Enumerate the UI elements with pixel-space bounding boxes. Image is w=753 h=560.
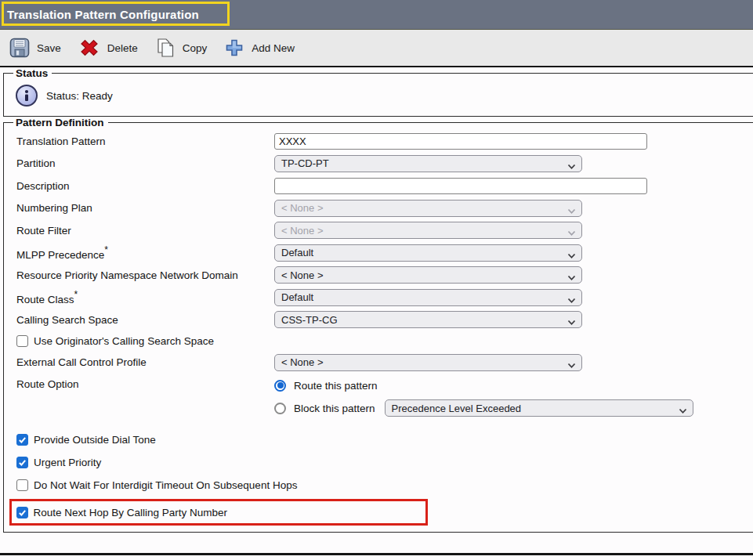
calling-search-space-label: Calling Search Space: [16, 314, 274, 326]
description-label: Description: [16, 180, 274, 192]
chevron-down-icon: [567, 205, 576, 217]
use-originator-css-label: Use Originator's Calling Search Space: [34, 335, 214, 347]
chevron-down-icon: [567, 316, 576, 328]
route-filter-label: Route Filter: [16, 225, 274, 237]
mlpp-precedence-label: MLPP Precedence*: [16, 245, 274, 261]
chevron-down-icon: [567, 272, 576, 284]
translation-pattern-label: Translation Pattern: [16, 135, 274, 147]
external-call-control-label: External Call Control Profile: [16, 356, 274, 368]
copy-button[interactable]: Copy: [155, 38, 208, 58]
partition-select[interactable]: TP-CD-PT: [274, 155, 582, 172]
resource-priority-label: Resource Priority Namespace Network Doma…: [16, 269, 274, 281]
translation-pattern-row: Translation Pattern: [12, 130, 753, 153]
route-next-hop-checkbox[interactable]: [16, 507, 28, 518]
route-this-pattern-label: Route this pattern: [294, 380, 378, 392]
numbering-plan-value: < None >: [281, 202, 324, 214]
route-option-row: Route Option Route this pattern Block th…: [12, 375, 753, 418]
route-class-value: Default: [281, 291, 313, 303]
interdigit-timeout-checkbox[interactable]: [16, 479, 28, 491]
numbering-plan-select: < None >: [274, 200, 582, 217]
copy-label: Copy: [183, 42, 208, 54]
external-call-control-row: External Call Control Profile < None >: [12, 352, 753, 374]
pattern-definition-section: Pattern Definition Translation Pattern P…: [3, 117, 753, 533]
mlpp-precedence-select[interactable]: Default: [274, 244, 582, 262]
block-reason-value: Precedence Level Exceeded: [392, 403, 522, 414]
use-originator-css-row: Use Originator's Calling Search Space: [12, 331, 753, 352]
route-this-pattern-option: Route this pattern: [274, 375, 693, 396]
block-this-pattern-radio[interactable]: [274, 403, 286, 414]
copy-icon: [155, 38, 176, 58]
mlpp-precedence-value: Default: [281, 247, 313, 258]
chevron-down-icon: [567, 250, 576, 262]
interdigit-timeout-row: Do Not Wait For Interdigit Timeout On Su…: [12, 474, 753, 497]
save-icon: [9, 38, 30, 58]
use-originator-css-checkbox[interactable]: [16, 335, 28, 347]
partition-row: Partition TP-CD-PT: [12, 153, 753, 175]
description-input[interactable]: [274, 178, 647, 194]
status-section: Status Status: Ready: [3, 67, 753, 117]
required-marker: *: [74, 289, 78, 300]
route-filter-select: < None >: [274, 222, 582, 239]
delete-icon: [78, 38, 100, 58]
urgent-priority-label: Urgent Priority: [34, 457, 101, 468]
bottom-divider: [0, 553, 753, 555]
toolbar: Save Delete Copy Add New: [0, 29, 753, 67]
external-call-control-value: < None >: [281, 356, 324, 368]
route-this-pattern-radio[interactable]: [274, 380, 286, 392]
save-label: Save: [37, 42, 61, 54]
partition-label: Partition: [16, 157, 274, 169]
status-legend: Status: [13, 67, 52, 79]
chevron-down-icon: [567, 227, 576, 239]
route-class-label: Route Class*: [16, 290, 274, 305]
chevron-down-icon: [567, 359, 576, 371]
delete-label: Delete: [107, 42, 138, 54]
calling-search-space-row: Calling Search Space CSS-TP-CG: [12, 309, 753, 331]
provide-outside-dial-tone-row: Provide Outside Dial Tone: [12, 428, 753, 451]
block-this-pattern-option: Block this pattern Precedence Level Exce…: [274, 398, 693, 418]
numbering-plan-row: Numbering Plan < None >: [12, 197, 753, 220]
partition-value: TP-CD-PT: [281, 157, 329, 169]
status-message: Status: Ready: [46, 90, 113, 102]
add-new-button[interactable]: Add New: [224, 38, 295, 58]
add-new-icon: [224, 38, 244, 58]
route-next-hop-label: Route Next Hop By Calling Party Number: [34, 507, 228, 518]
delete-button[interactable]: Delete: [78, 38, 138, 58]
translation-pattern-input[interactable]: [274, 133, 647, 150]
resource-priority-row: Resource Priority Namespace Network Doma…: [12, 264, 753, 287]
pattern-definition-legend: Pattern Definition: [13, 117, 108, 128]
route-filter-value: < None >: [281, 225, 324, 237]
external-call-control-select[interactable]: < None >: [274, 354, 582, 371]
route-option-label: Route Option: [16, 375, 274, 390]
description-row: Description: [12, 175, 753, 197]
route-filter-row: Route Filter < None >: [12, 219, 753, 242]
mlpp-precedence-row: MLPP Precedence* Default: [12, 242, 753, 265]
urgent-priority-row: Urgent Priority: [12, 451, 753, 474]
red-highlight-box: Route Next Hop By Calling Party Number: [9, 499, 428, 526]
numbering-plan-label: Numbering Plan: [16, 202, 274, 214]
chevron-down-icon: [679, 405, 687, 417]
route-next-hop-row: Route Next Hop By Calling Party Number: [12, 504, 425, 521]
interdigit-timeout-label: Do Not Wait For Interdigit Timeout On Su…: [34, 479, 297, 491]
chevron-down-icon: [567, 294, 576, 306]
provide-outside-dial-tone-label: Provide Outside Dial Tone: [34, 434, 156, 446]
calling-search-space-select[interactable]: CSS-TP-CG: [274, 311, 582, 328]
resource-priority-value: < None >: [281, 269, 324, 281]
chevron-down-icon: [567, 161, 576, 172]
resource-priority-select[interactable]: < None >: [274, 266, 582, 284]
route-class-select[interactable]: Default: [274, 289, 582, 306]
route-class-row: Route Class* Default: [12, 287, 753, 309]
info-icon: [16, 85, 38, 107]
save-button[interactable]: Save: [9, 38, 61, 58]
add-new-label: Add New: [252, 42, 295, 54]
required-marker: *: [104, 244, 108, 255]
page-header: Translation Pattern Configuration: [0, 0, 753, 29]
block-this-pattern-label: Block this pattern: [294, 403, 375, 414]
page-title: Translation Pattern Configuration: [7, 0, 199, 29]
calling-search-space-value: CSS-TP-CG: [281, 314, 338, 326]
provide-outside-dial-tone-checkbox[interactable]: [16, 434, 28, 446]
urgent-priority-checkbox[interactable]: [16, 457, 28, 468]
block-reason-select[interactable]: Precedence Level Exceeded: [385, 399, 693, 417]
